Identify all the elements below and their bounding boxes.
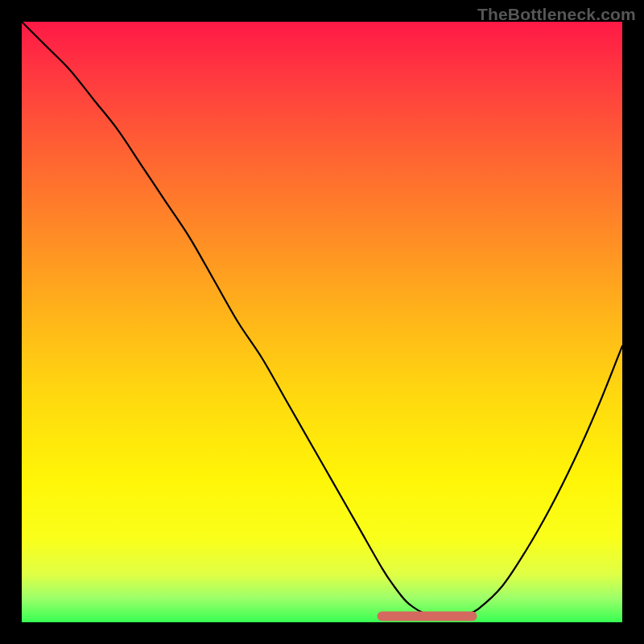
watermark-text: TheBottleneck.com <box>477 5 636 24</box>
plot-area <box>22 22 622 622</box>
chart-container: TheBottleneck.com <box>0 0 644 644</box>
